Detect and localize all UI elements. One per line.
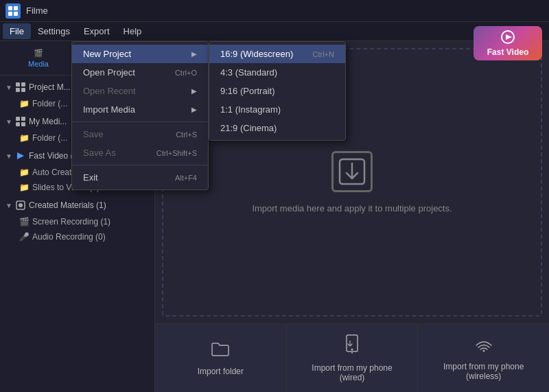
tree-section-created-materials: ▼ Created Materials (1) 🎬 Screen Recordi… <box>0 196 154 244</box>
title-bar: Filme <box>0 0 549 22</box>
svg-rect-13 <box>21 122 25 126</box>
submenu-21-9[interactable]: 21:9 (Cinema) <box>209 119 345 137</box>
tree-child-screen-recording[interactable]: 🎬 Screen Recording (1) <box>0 214 154 229</box>
folder-icon-1: 📁 <box>19 99 30 108</box>
fast-video-icon <box>498 30 517 46</box>
svg-rect-6 <box>16 82 20 87</box>
label-created-materials: Created Materials (1) <box>29 200 106 210</box>
submenu-16-9[interactable]: 16:9 (Widescreen) Ctrl+N <box>209 45 345 63</box>
menu-file[interactable]: File <box>3 23 31 39</box>
open-project-label: Open Project <box>83 67 161 78</box>
import-phone-wired-icon <box>344 334 360 358</box>
menu-export[interactable]: Export <box>77 23 117 39</box>
save-as-shortcut: Ctrl+Shift+S <box>156 149 197 157</box>
svg-marker-14 <box>17 152 24 159</box>
svg-point-20 <box>351 348 353 350</box>
icon-my-media <box>15 116 26 127</box>
import-phone-wireless-label: Import from my phone(wireless) <box>443 362 524 381</box>
svg-rect-7 <box>21 82 25 87</box>
menu-settings[interactable]: Settings <box>31 23 77 39</box>
arrow-my-media: ▼ <box>5 118 12 126</box>
arrow-project-media: ▼ <box>5 84 12 91</box>
folder-label-1: Folder (... <box>32 99 67 108</box>
folder-label-2: Folder (... <box>32 133 67 143</box>
icon-audio-recording: 🎤 <box>19 232 30 242</box>
media-tab-icon: 🎬 <box>34 49 43 58</box>
import-media-label: Import Media <box>83 104 191 115</box>
icon-project-media <box>15 82 26 93</box>
app-title: Filme <box>26 5 48 16</box>
separator-2 <box>72 165 208 165</box>
submenu-9-16[interactable]: 9:16 (Portrait) <box>209 82 345 100</box>
import-folder-label: Import folder <box>198 367 244 376</box>
dropdown-new-project[interactable]: New Project ▶ <box>72 45 208 63</box>
svg-rect-12 <box>16 122 20 126</box>
dropdown-save[interactable]: Save Ctrl+S <box>72 125 208 143</box>
svg-rect-3 <box>14 12 18 16</box>
import-phone-wireless-icon <box>474 336 494 356</box>
import-folder-button[interactable]: Import folder <box>155 324 286 392</box>
new-project-arrow: ▶ <box>191 50 197 58</box>
import-phone-wired-label: Import from my phone(wired) <box>312 363 392 382</box>
exit-label: Exit <box>83 172 161 183</box>
import-media-arrow: ▶ <box>191 106 197 113</box>
dropdown-import-media[interactable]: Import Media ▶ <box>72 100 208 119</box>
import-phone-wired-button[interactable]: Import from my phone(wired) <box>287 324 418 392</box>
save-as-label: Save As <box>83 148 143 158</box>
open-project-shortcut: Ctrl+O <box>175 69 197 77</box>
import-icon-large <box>331 151 373 192</box>
arrow-fast-video: ▼ <box>5 152 12 160</box>
label-1-1: 1:1 (Instagram) <box>220 104 281 115</box>
arrow-created-materials: ▼ <box>5 202 12 209</box>
tab-media[interactable]: 🎬 Media <box>0 41 78 75</box>
label-audio-recording: Audio Recording (0) <box>32 232 106 242</box>
media-tab-label: Media <box>28 60 49 68</box>
dropdown-save-as[interactable]: Save As Ctrl+Shift+S <box>72 143 208 162</box>
import-hint-text: Import media here and apply it to multip… <box>252 203 452 214</box>
exit-shortcut: Alt+F4 <box>175 174 197 182</box>
tree-header-created-materials[interactable]: ▼ Created Materials (1) <box>0 196 154 214</box>
new-project-label: New Project <box>83 49 191 59</box>
fast-video-button[interactable]: Fast Video <box>474 26 542 60</box>
label-screen-recording: Screen Recording (1) <box>32 217 110 227</box>
svg-rect-0 <box>8 6 12 10</box>
label-4-3: 4:3 (Standard) <box>220 67 277 78</box>
svg-rect-1 <box>14 6 18 10</box>
menu-help[interactable]: Help <box>117 23 149 39</box>
open-recent-label: Open Recent <box>83 86 191 96</box>
label-my-media: My Medi... <box>29 117 67 126</box>
svg-rect-2 <box>8 12 12 16</box>
save-shortcut: Ctrl+S <box>176 130 197 139</box>
menu-bar: File Settings Export Help <box>0 22 549 41</box>
label-9-16: 9:16 (Portrait) <box>220 86 274 96</box>
submenu-1-1[interactable]: 1:1 (Instagram) <box>209 100 345 119</box>
save-label: Save <box>83 129 162 139</box>
import-folder-icon <box>211 341 230 361</box>
svg-rect-8 <box>16 88 20 92</box>
new-project-submenu: 16:9 (Widescreen) Ctrl+N 4:3 (Standard) … <box>209 41 346 141</box>
open-recent-arrow: ▶ <box>191 87 197 95</box>
svg-rect-10 <box>16 117 20 121</box>
separator-1 <box>72 122 208 122</box>
icon-screen-recording: 🎬 <box>19 217 30 227</box>
label-project-media: Project M... <box>29 82 71 92</box>
icon-fast-video <box>15 150 26 161</box>
import-phone-wireless-button[interactable]: Import from my phone(wireless) <box>418 324 549 392</box>
tree-child-audio-recording[interactable]: 🎤 Audio Recording (0) <box>0 229 154 244</box>
svg-marker-5 <box>506 34 512 40</box>
folder-icon-2: 📁 <box>19 133 30 143</box>
submenu-4-3[interactable]: 4:3 (Standard) <box>209 63 345 82</box>
fast-video-label: Fast Video <box>487 47 528 57</box>
svg-point-24 <box>482 349 484 351</box>
folder-icon-auto: 📁 <box>19 168 30 177</box>
shortcut-16-9: Ctrl+N <box>313 50 334 58</box>
dropdown-open-project[interactable]: Open Project Ctrl+O <box>72 63 208 82</box>
svg-rect-9 <box>21 88 25 92</box>
content-bottom-bar: Import folder Import from my phone(wired… <box>155 323 549 392</box>
dropdown-open-recent[interactable]: Open Recent ▶ <box>72 82 208 100</box>
label-16-9: 16:9 (Widescreen) <box>220 49 293 59</box>
svg-point-16 <box>19 203 23 207</box>
app-logo <box>5 3 21 19</box>
dropdown-exit[interactable]: Exit Alt+F4 <box>72 168 208 187</box>
folder-icon-slides: 📁 <box>19 183 30 192</box>
